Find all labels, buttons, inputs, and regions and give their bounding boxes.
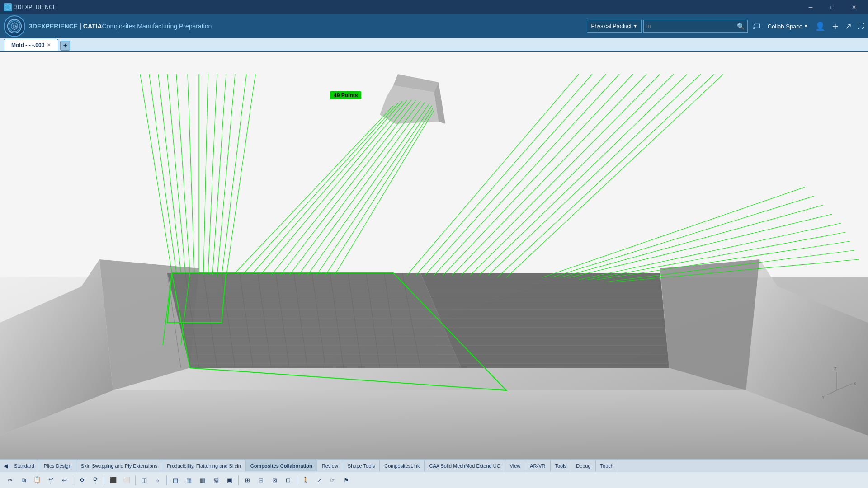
command-icon-hand[interactable]: ☞ bbox=[326, 474, 339, 487]
search-dropdown-label: Physical Product bbox=[591, 23, 631, 29]
points-label: 49 Points bbox=[330, 91, 361, 99]
command-icon-arrow[interactable]: ↗ bbox=[313, 474, 326, 487]
command-tab-composites-collab[interactable]: Composites Collaboration bbox=[246, 460, 317, 471]
brand-module: Composites Manufacturing Preparation bbox=[102, 23, 212, 30]
icon-symbol-layer1: ▤ bbox=[173, 477, 178, 483]
command-tab-ar-vr[interactable]: AR-VR bbox=[525, 460, 550, 471]
icon-symbol-layer4: ▧ bbox=[213, 477, 219, 483]
command-tab-producibility[interactable]: Producibility, Flattening and Slicin bbox=[162, 460, 246, 471]
active-tab[interactable]: Mold - - -.000 ✕ bbox=[4, 39, 58, 51]
main-toolbar: XA 3DEXPERIENCE | CATIA Composites Manuf… bbox=[0, 14, 868, 38]
icon-symbol-tool1: ⊞ bbox=[245, 477, 250, 483]
command-icon-layer5[interactable]: ▣ bbox=[223, 474, 236, 487]
tab-scroll-left[interactable]: ◀ bbox=[2, 463, 9, 469]
dropdown-arrow: ▼ bbox=[633, 24, 637, 28]
share-icon[interactable]: ↗ bbox=[845, 21, 852, 31]
command-icon-layer3[interactable]: ▥ bbox=[196, 474, 209, 487]
minimize-button[interactable]: ─ bbox=[800, 0, 821, 14]
icon-arrow-undo: ▼ bbox=[50, 482, 52, 484]
brand-catia: CATIA bbox=[83, 23, 102, 30]
user-icon[interactable]: 👤 bbox=[815, 21, 825, 31]
toolbar-right-icons: 👤 ＋ ↗ ⛶ bbox=[815, 20, 864, 33]
expand-icon[interactable]: ⛶ bbox=[857, 22, 864, 30]
command-icon-paste[interactable]: 📋▼ bbox=[31, 474, 43, 487]
command-icon-redo[interactable]: ↩ bbox=[58, 474, 71, 487]
command-tab-view[interactable]: View bbox=[505, 460, 526, 471]
tag-icon[interactable]: 🏷 bbox=[752, 22, 760, 31]
restore-button[interactable]: □ bbox=[822, 0, 843, 14]
icon-symbol-exit: ⬜ bbox=[123, 477, 130, 483]
icon-symbol-layer5: ▣ bbox=[227, 477, 232, 483]
collab-space-button[interactable]: Collab Space ▼ bbox=[768, 23, 808, 30]
command-icon-layer2[interactable]: ▦ bbox=[183, 474, 195, 487]
icon-symbol-enter: ⬛ bbox=[109, 477, 117, 483]
command-icon-layer1[interactable]: ▤ bbox=[169, 474, 182, 487]
collab-space-label: Collab Space bbox=[768, 23, 802, 30]
command-icon-undo[interactable]: ↩▼ bbox=[44, 474, 57, 487]
icon-symbol-redo: ↩ bbox=[62, 477, 67, 483]
command-tab-skin-swapping[interactable]: Skin Swapping and Ply Extensions bbox=[76, 460, 162, 471]
scene-background bbox=[0, 52, 868, 460]
icon-symbol-paste: 📋 bbox=[33, 476, 41, 482]
command-tab-composites-link[interactable]: CompositesLink bbox=[380, 460, 425, 471]
command-icon-copy[interactable]: ⧉ bbox=[17, 474, 30, 487]
collab-space-arrow: ▼ bbox=[804, 24, 808, 28]
active-tab-label: Mold - - -.000 bbox=[11, 42, 44, 48]
tab-bar: Mold - - -.000 ✕ + bbox=[0, 38, 868, 52]
command-icons-row: ✂⧉📋▼↩▼↩✥⟳▼⬛⬜◫⬦▤▦▥▧▣⊞⊟⊠⊡🚶↗☞⚑ bbox=[0, 472, 868, 488]
search-input[interactable] bbox=[646, 23, 737, 29]
titlebar-title: 3DEXPERIENCE bbox=[14, 4, 57, 10]
command-icon-flag[interactable]: ⚑ bbox=[340, 474, 353, 487]
title-bar: 3DEXPERIENCE ─ □ ✕ bbox=[0, 0, 868, 14]
icon-symbol-hand: ☞ bbox=[330, 477, 335, 483]
command-tab-tools[interactable]: Tools bbox=[551, 460, 572, 471]
icon-separator-sep1 bbox=[73, 475, 73, 485]
search-dropdown[interactable]: Physical Product ▼ bbox=[587, 20, 641, 33]
command-icon-tool3[interactable]: ⊠ bbox=[268, 474, 281, 487]
icon-symbol-flag: ⚑ bbox=[344, 477, 349, 483]
command-icon-tool4[interactable]: ⊡ bbox=[282, 474, 294, 487]
command-tab-caa-solid[interactable]: CAA Solid MechMod Extend UC bbox=[425, 460, 505, 471]
command-tab-plies-design[interactable]: Plies Design bbox=[39, 460, 76, 471]
add-icon[interactable]: ＋ bbox=[830, 20, 840, 33]
command-icon-sym[interactable]: ⬦ bbox=[151, 474, 164, 487]
command-icon-enter[interactable]: ⬛ bbox=[107, 474, 119, 487]
command-icon-exit[interactable]: ⬜ bbox=[120, 474, 133, 487]
command-icon-rotate[interactable]: ⟳▼ bbox=[89, 474, 102, 487]
command-tab-review[interactable]: Review bbox=[317, 460, 343, 471]
bottom-section: ◀ StandardPlies DesignSkin Swapping and … bbox=[0, 459, 868, 488]
new-tab-button[interactable]: + bbox=[60, 41, 70, 51]
command-tab-shape-tools[interactable]: Shape Tools bbox=[343, 460, 380, 471]
icon-symbol-layer2: ▦ bbox=[186, 477, 192, 483]
command-tab-standard[interactable]: Standard bbox=[9, 460, 39, 471]
command-tab-touch[interactable]: Touch bbox=[596, 460, 618, 471]
icon-separator-sep3 bbox=[135, 475, 136, 485]
command-icon-tool2[interactable]: ⊟ bbox=[255, 474, 267, 487]
brand-3dexp: 3DEXPERIENCE bbox=[29, 23, 78, 30]
icon-arrow-paste: ▼ bbox=[36, 482, 38, 484]
viewport[interactable]: Z X Y 49 Points bbox=[0, 52, 868, 460]
command-tabs: ◀ StandardPlies DesignSkin Swapping and … bbox=[0, 459, 868, 472]
command-icon-tool1[interactable]: ⊞ bbox=[241, 474, 254, 487]
app-logo-inner: XA bbox=[7, 19, 22, 33]
tab-close-button[interactable]: ✕ bbox=[47, 42, 51, 47]
app-icon bbox=[4, 3, 12, 11]
command-tab-debug[interactable]: Debug bbox=[571, 460, 595, 471]
search-icon[interactable]: 🔍 bbox=[737, 23, 745, 30]
app-logo[interactable]: XA bbox=[4, 15, 25, 37]
svg-point-1 bbox=[7, 6, 9, 8]
command-icon-cut-plane[interactable]: ◫ bbox=[138, 474, 151, 487]
icon-symbol-tool2: ⊟ bbox=[259, 477, 264, 483]
command-icon-person[interactable]: 🚶 bbox=[299, 474, 312, 487]
close-button[interactable]: ✕ bbox=[844, 0, 864, 14]
icon-symbol-scissors: ✂ bbox=[8, 477, 13, 483]
icon-symbol-copy: ⧉ bbox=[22, 477, 26, 483]
icon-symbol-layer3: ▥ bbox=[200, 477, 205, 483]
command-icon-scissors[interactable]: ✂ bbox=[4, 474, 16, 487]
icon-separator-sep6 bbox=[297, 475, 297, 485]
icon-symbol-rotate: ⟳ bbox=[93, 476, 98, 482]
command-icon-move[interactable]: ✥ bbox=[75, 474, 88, 487]
titlebar-left: 3DEXPERIENCE bbox=[4, 3, 57, 11]
command-icon-layer4[interactable]: ▧ bbox=[210, 474, 222, 487]
icon-separator-sep2 bbox=[104, 475, 104, 485]
